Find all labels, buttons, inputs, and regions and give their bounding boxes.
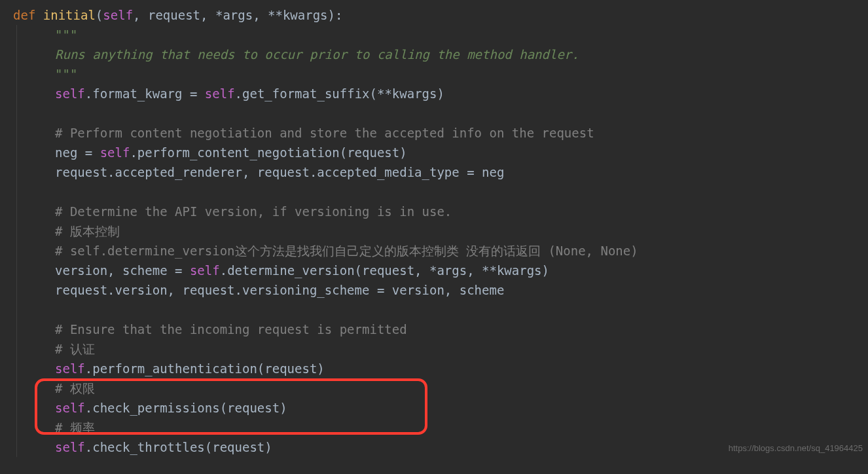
line-version: version, scheme = self.determine_version… <box>55 261 855 280</box>
param-args: *args <box>215 8 253 22</box>
line-check-permissions: self.check_permissions(request) <box>55 398 855 418</box>
code-editor[interactable]: def initial(self, request, *args, **kwar… <box>0 0 868 462</box>
code-line-signature: def initial(self, request, *args, **kwar… <box>13 5 855 25</box>
comment-throttle: # 频率 <box>55 418 855 437</box>
line-versioning-scheme: request.version, request.versioning_sche… <box>55 280 855 300</box>
docstring-open: """ <box>55 25 855 45</box>
comment-version-3: # self.determine_version这个方法是找我们自己定义的版本控… <box>55 241 855 261</box>
line-accepted: request.accepted_renderer, request.accep… <box>55 162 855 182</box>
function-body: """ Runs anything that needs to occur pr… <box>16 25 855 457</box>
function-name: initial <box>43 8 96 22</box>
comment-negotiation: # Perform content negotiation and store … <box>55 123 855 143</box>
line-neg: neg = self.perform_content_negotiation(r… <box>55 143 855 162</box>
watermark-text: https://blogs.csdn.net/sq_41964425 <box>729 439 863 458</box>
comment-version-1: # Determine the API version, if versioni… <box>55 202 855 221</box>
docstring-close: """ <box>55 64 855 84</box>
blank-line <box>55 300 855 319</box>
comment-version-2: # 版本控制 <box>55 221 855 241</box>
param-kwargs: **kwargs <box>268 8 328 22</box>
line-format-kwarg: self.format_kwarg = self.get_format_suff… <box>55 84 855 103</box>
param-self: self <box>103 8 133 22</box>
comment-permission: # 权限 <box>55 378 855 398</box>
blank-line <box>55 182 855 202</box>
comment-ensure: # Ensure that the incoming request is pe… <box>55 319 855 339</box>
keyword-def: def <box>13 8 35 22</box>
docstring-text: Runs anything that needs to occur prior … <box>55 45 855 64</box>
line-auth: self.perform_authentication(request) <box>55 359 855 378</box>
param-request: request <box>148 8 200 22</box>
blank-line <box>55 103 855 123</box>
comment-auth: # 认证 <box>55 339 855 359</box>
